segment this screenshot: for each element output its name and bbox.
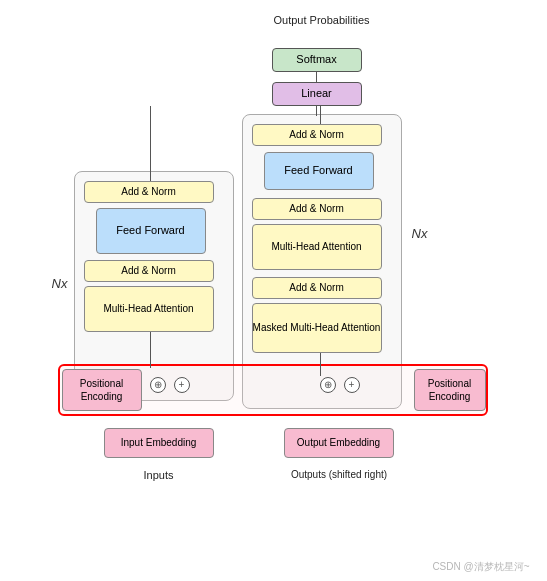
encoder-main-line2 — [150, 106, 152, 181]
linear-box: Linear — [272, 82, 362, 106]
decoder-masked-attention: Masked Multi-Head Attention — [252, 303, 382, 353]
encoder-add-norm-top: Add & Norm — [84, 181, 214, 203]
encoder-nx-label: Nx — [52, 276, 68, 291]
encoder-feed-forward: Feed Forward — [96, 208, 206, 254]
decoder-multi-head-attention: Multi-Head Attention — [252, 224, 382, 270]
encoder-circle2: + — [174, 377, 190, 393]
decoder-add-norm-bottom: Add & Norm — [252, 277, 382, 299]
outputs-label: Outputs (shifted right) — [282, 469, 397, 480]
inputs-label: Inputs — [104, 469, 214, 481]
decoder-to-linear — [316, 106, 318, 116]
softmax-box: Softmax — [272, 48, 362, 72]
output-probabilities-label: Output Probabilities — [272, 14, 372, 26]
decoder-add-norm-top: Add & Norm — [252, 124, 382, 146]
decoder-circle2: + — [344, 377, 360, 393]
watermark: CSDN @清梦枕星河~ — [432, 560, 529, 574]
decoder-main-line — [320, 353, 322, 376]
encoder-add-norm-bottom: Add & Norm — [84, 260, 214, 282]
decoder-positional-encoding: Positional Encoding — [414, 369, 486, 411]
encoder-main-line — [150, 332, 152, 368]
decoder-main-line2 — [320, 106, 322, 124]
encoder-circle1: ⊕ — [150, 377, 166, 393]
decoder-circle1: ⊕ — [320, 377, 336, 393]
encoder-input-embedding: Input Embedding — [104, 428, 214, 458]
encoder-positional-encoding: Positional Encoding — [62, 369, 142, 411]
decoder-add-norm-mid: Add & Norm — [252, 198, 382, 220]
transformer-diagram: Output Probabilities Softmax Linear Nx A… — [14, 6, 534, 576]
linear-to-softmax — [316, 72, 318, 82]
encoder-multi-head-attention: Multi-Head Attention — [84, 286, 214, 332]
decoder-output-embedding: Output Embedding — [284, 428, 394, 458]
decoder-nx-label: Nx — [412, 226, 428, 241]
decoder-feed-forward: Feed Forward — [264, 152, 374, 190]
